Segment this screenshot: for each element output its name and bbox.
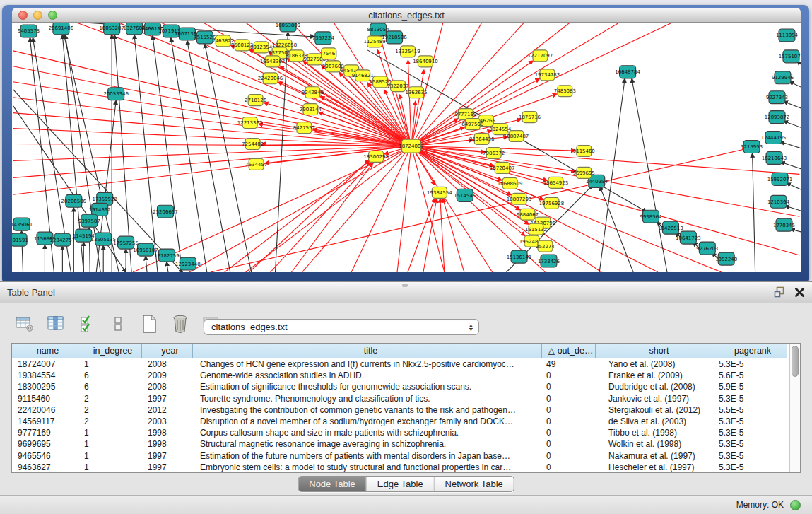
graph-node[interactable]: 19384554 <box>427 187 452 198</box>
table-cell[interactable]: Jankovic et al. (1997) <box>596 393 710 404</box>
graph-node[interactable]: 1770345 <box>773 218 795 231</box>
graph-node[interactable]: 9242848 <box>302 87 324 98</box>
graph-node[interactable]: 9227343 <box>766 91 788 104</box>
network-window-titlebar[interactable]: citations_edges.txt <box>12 8 801 23</box>
graph-node[interactable]: 9397587 <box>78 214 100 227</box>
graph-node[interactable]: 2718126 <box>245 95 266 106</box>
graph-node[interactable]: 2903144 <box>300 104 322 115</box>
table-row[interactable]: 1830029562008Estimation of significance … <box>12 381 789 392</box>
table-cell[interactable]: 5.5E-5 <box>710 404 787 416</box>
column-header-3[interactable]: title <box>193 344 542 358</box>
table-row[interactable]: 977716911998Corpus callosum shape and si… <box>12 427 789 438</box>
graph-node[interactable]: 1113054 <box>776 29 799 42</box>
table-row[interactable]: 2242004622012Investigating the contribut… <box>12 404 789 416</box>
table-cell[interactable]: 1 <box>78 358 142 370</box>
table-cell[interactable]: 1997 <box>142 462 193 473</box>
graph-node[interactable]: 10641723 <box>676 231 700 244</box>
table-cell[interactable]: 22420046 <box>12 404 78 416</box>
table-cell[interactable]: 5.3E-5 <box>710 393 787 404</box>
graph-node[interactable]: 3215953 <box>741 141 763 153</box>
graph-node[interactable]: 15751074 <box>779 50 801 63</box>
graph-node[interactable]: 1052240 <box>715 252 737 265</box>
table-cell[interactable]: Estimation of significance thresholds fo… <box>193 381 542 392</box>
graph-node[interactable]: 21364436 <box>469 134 494 145</box>
minimize-window-button[interactable] <box>33 11 42 20</box>
table-cell[interactable]: 1997 <box>142 393 193 404</box>
zoom-window-button[interactable] <box>48 11 57 20</box>
table-cell[interactable]: Tourette syndrome. Phenomenology and cla… <box>193 393 542 404</box>
table-cell[interactable]: 0 <box>542 462 596 473</box>
column-header-4[interactable]: △ out_de… <box>542 344 596 358</box>
graph-node[interactable]: 1733426 <box>538 255 560 267</box>
table-cell[interactable]: 1998 <box>142 427 193 438</box>
table-row[interactable]: 911546021997Tourette syndrome. Phenomeno… <box>12 393 789 404</box>
scrollbar-thumb[interactable] <box>792 346 799 377</box>
graph-node[interactable]: 18420513 <box>658 221 683 234</box>
column-visibility-icon[interactable] <box>45 314 66 334</box>
graph-node[interactable]: 16648784 <box>615 66 640 78</box>
graph-node[interactable]: 18724007 <box>399 139 423 153</box>
graph-node[interactable]: 10688609 <box>498 177 522 189</box>
table-cell[interactable]: de Silva et al. (2003) <box>596 416 710 427</box>
table-cell[interactable]: 5.3E-5 <box>710 427 787 438</box>
table-cell[interactable]: 2003 <box>142 416 193 427</box>
table-cell[interactable]: Tibbo et al. (1998) <box>596 427 710 438</box>
table-cell[interactable]: Embryonic stem cells: a model to study s… <box>193 462 542 473</box>
table-cell[interactable]: 0 <box>542 381 596 392</box>
graph-node[interactable]: 9938564 <box>640 210 662 223</box>
table-cell[interactable]: 1997 <box>142 450 193 462</box>
table-cell[interactable]: 2008 <box>142 358 193 370</box>
table-cell[interactable]: 18300295 <box>12 381 78 392</box>
table-cell[interactable]: Stergiakouli et al. (2012) <box>596 404 710 416</box>
graph-node[interactable]: 7634457 <box>245 158 267 170</box>
graph-node[interactable]: 7986372 <box>483 148 505 159</box>
graph-node[interactable]: 7485083 <box>554 86 576 97</box>
graph-node[interactable]: 9405578 <box>18 25 40 37</box>
rows-icon[interactable] <box>107 314 129 334</box>
table-cell[interactable]: 2012 <box>142 404 193 416</box>
table-cell[interactable]: 1 <box>78 462 142 473</box>
table-cell[interactable]: 0 <box>542 404 596 416</box>
table-cell[interactable]: 2008 <box>142 381 193 392</box>
node-layer[interactable]: 9405578206914061605328713276076466160107… <box>12 23 801 270</box>
graph-node[interactable]: 1914892 <box>89 203 111 216</box>
graph-node[interactable]: 15136141 <box>507 250 531 263</box>
table-settings-icon[interactable] <box>14 314 35 334</box>
table-cell[interactable]: Genome-wide association studies in ADHD. <box>193 370 542 381</box>
table-cell[interactable]: 0 <box>542 427 596 438</box>
table-cell[interactable]: 0 <box>542 393 596 404</box>
table-cell[interactable]: 2009 <box>142 370 193 381</box>
network-canvas[interactable]: 9405578206914061605328713276076466160107… <box>12 23 801 272</box>
graph-node[interactable]: 16053287 <box>99 23 124 35</box>
graph-node[interactable]: 20053346 <box>103 88 128 100</box>
graph-node[interactable]: 7357224 <box>312 32 335 45</box>
table-cell[interactable]: 0 <box>542 370 596 381</box>
table-cell[interactable]: Structural magnetic resonance image aver… <box>193 438 542 450</box>
column-header-0[interactable]: name <box>12 344 78 358</box>
vertical-scrollbar[interactable] <box>789 344 800 472</box>
memory-status-indicator[interactable] <box>790 500 801 510</box>
table-cell[interactable]: 5.3E-5 <box>710 462 787 473</box>
graph-node[interactable]: 7546 <box>322 48 336 59</box>
new-table-icon[interactable] <box>139 314 160 334</box>
table-cell[interactable]: 2 <box>78 416 142 427</box>
graph-node[interactable]: 12093872 <box>765 111 789 124</box>
delete-table-icon[interactable] <box>170 314 191 334</box>
table-cell[interactable]: 0 <box>542 450 596 462</box>
table-cell[interactable]: Franke et al. (2009) <box>596 370 710 381</box>
table-cell[interactable]: 9777169 <box>12 427 78 438</box>
table-cell[interactable]: 2 <box>78 393 142 404</box>
table-cell[interactable]: 9463627 <box>12 462 78 473</box>
table-cell[interactable]: 6 <box>78 381 142 392</box>
table-cell[interactable]: Corpus callosum shape and size in male p… <box>193 427 542 438</box>
table-row[interactable]: 946554611997Estimation of the future num… <box>12 450 789 462</box>
table-cell[interactable]: 1 <box>78 427 142 438</box>
column-header-2[interactable]: year <box>142 344 193 358</box>
row-selection-icon[interactable] <box>76 314 98 334</box>
table-cell[interactable]: 0 <box>542 416 596 427</box>
table-row[interactable]: 1938455462009Genome-wide association stu… <box>12 370 789 381</box>
graph-node[interactable]: 1875716 <box>519 112 541 123</box>
table-cell[interactable]: Hescheler et al. (1997) <box>596 462 710 473</box>
graph-node[interactable]: 12217097 <box>528 50 553 62</box>
table-cell[interactable]: Wolkin et al. (1998) <box>596 438 710 450</box>
